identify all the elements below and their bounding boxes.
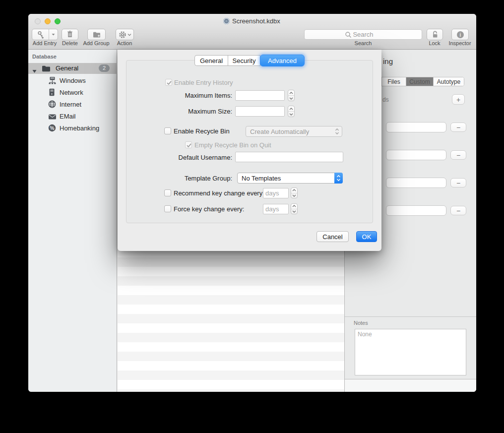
custom-fields-label-fragment: ds — [382, 96, 389, 103]
remove-field-button[interactable]: − — [450, 150, 466, 160]
stepper-up-icon[interactable] — [288, 106, 294, 112]
popup-chevrons-icon — [335, 128, 339, 135]
add-field-button[interactable]: + — [452, 94, 465, 105]
minus-icon: − — [456, 124, 460, 131]
force-key-change-label: Force key change every: — [174, 205, 244, 213]
empty-recycle-bin-checkbox[interactable] — [185, 141, 192, 148]
window-title: Screenshot.kdbx — [232, 17, 280, 25]
remove-field-button[interactable]: − — [450, 178, 466, 187]
ok-button[interactable]: OK — [356, 231, 377, 242]
inspector-title-fragment: ing — [383, 57, 393, 65]
force-days-stepper[interactable] — [291, 203, 298, 214]
tab-advanced[interactable]: Advanced — [260, 55, 305, 66]
custom-field-input[interactable] — [386, 205, 446, 216]
tab-custom[interactable]: Custom — [406, 77, 434, 86]
inspector-label: Inspector — [448, 40, 471, 46]
empty-recycle-bin-label: Empty Recycle Bin on Quit — [194, 141, 271, 149]
enable-entry-history-label: Enable Entry History — [174, 79, 233, 86]
enable-recycle-bin-label: Enable Recycle Bin — [174, 127, 230, 135]
desktop-background: Screenshot.kdbx Add Entry Delete — [0, 0, 504, 433]
plus-icon: + — [456, 96, 460, 104]
info-icon: i — [456, 31, 464, 39]
enable-entry-history-checkbox[interactable] — [165, 79, 172, 86]
delete-button[interactable] — [62, 29, 78, 40]
envelope-icon — [48, 113, 57, 122]
default-username-input[interactable] — [235, 152, 343, 162]
disclosure-triangle-icon[interactable] — [32, 66, 37, 75]
force-key-change-checkbox[interactable] — [164, 205, 171, 212]
app-window: Screenshot.kdbx Add Entry Delete — [28, 14, 476, 392]
lock-open-icon — [431, 30, 439, 39]
add-group-label: Add Group — [83, 40, 109, 46]
lock-button[interactable] — [427, 29, 443, 40]
recommend-key-change-checkbox[interactable] — [164, 189, 171, 196]
sidebar-item-homebanking[interactable]: Homebanking — [60, 124, 99, 132]
minimize-button[interactable] — [45, 18, 51, 24]
notes-label: Notes — [354, 320, 368, 326]
maximum-size-input[interactable] — [235, 106, 285, 117]
stepper-down-icon[interactable] — [288, 112, 294, 117]
custom-field-input[interactable] — [386, 150, 446, 160]
minus-icon: − — [456, 151, 460, 159]
zoom-button[interactable] — [55, 18, 61, 24]
tab-autotype[interactable]: Autotype — [434, 77, 464, 86]
percent-icon: % — [48, 124, 56, 134]
force-days-input[interactable] — [263, 204, 289, 214]
add-entry-button[interactable] — [32, 29, 58, 40]
document-icon — [223, 18, 230, 24]
cancel-button[interactable]: Cancel — [316, 231, 349, 242]
stepper-down-icon[interactable] — [291, 193, 297, 198]
recommend-days-stepper[interactable] — [291, 187, 298, 198]
recycle-bin-mode-popup[interactable]: Create Automatically — [246, 126, 342, 137]
remove-field-button[interactable]: − — [450, 123, 466, 132]
checkmark-icon — [166, 80, 172, 86]
close-button[interactable] — [35, 18, 41, 24]
popup-chevrons-icon — [334, 173, 343, 184]
sidebar-section-header: Database — [32, 54, 57, 60]
recommend-days-input[interactable] — [263, 188, 289, 198]
globe-icon — [48, 100, 56, 110]
stepper-down-icon[interactable] — [288, 96, 294, 101]
trash-icon — [66, 30, 74, 39]
stepper-up-icon[interactable] — [288, 90, 294, 96]
search-input[interactable] — [304, 29, 422, 40]
custom-field-input[interactable] — [386, 178, 446, 188]
chevron-down-icon[interactable] — [49, 32, 58, 37]
action-button[interactable] — [116, 29, 134, 40]
settings-tab-bar: General Security Advanced — [194, 55, 305, 66]
sidebar-item-internet[interactable]: Internet — [60, 101, 81, 108]
recommend-key-change-label: Recommend key change every: — [174, 189, 264, 197]
key-plus-icon — [32, 30, 49, 39]
sidebar-item-general[interactable]: General 2 — [28, 63, 117, 74]
template-group-popup[interactable]: No Templates — [237, 173, 343, 184]
tab-general[interactable]: General — [194, 55, 228, 66]
entry-count-badge: 2 — [99, 64, 110, 72]
enable-recycle-bin-checkbox[interactable] — [164, 127, 171, 134]
window-chrome: Screenshot.kdbx Add Entry Delete — [28, 14, 476, 50]
stepper-down-icon[interactable] — [291, 209, 297, 214]
tab-files[interactable]: Files — [382, 77, 406, 86]
database-settings-dialog: General Security Advanced Enable Entry H… — [118, 50, 381, 251]
add-group-button[interactable] — [87, 29, 106, 40]
windows-network-icon — [48, 76, 57, 86]
search-field-wrap — [304, 29, 422, 40]
divider — [345, 316, 476, 317]
server-icon — [49, 88, 55, 98]
minus-icon: − — [456, 179, 460, 187]
maximum-items-stepper[interactable] — [288, 90, 295, 101]
custom-field-input[interactable] — [386, 122, 446, 132]
sidebar-item-network[interactable]: Network — [60, 89, 83, 96]
svg-text:%: % — [50, 125, 55, 131]
stepper-up-icon[interactable] — [291, 204, 297, 209]
sidebar-item-label: General — [56, 64, 78, 72]
maximum-items-input[interactable] — [235, 90, 285, 101]
remove-field-button[interactable]: − — [450, 206, 466, 215]
inspector-button[interactable]: i — [451, 29, 469, 40]
sidebar-item-email[interactable]: EMail — [60, 113, 76, 120]
maximum-size-stepper[interactable] — [288, 106, 295, 117]
sidebar-item-windows[interactable]: Windows — [60, 77, 86, 84]
stepper-up-icon[interactable] — [291, 188, 297, 193]
notes-textarea[interactable] — [355, 329, 466, 375]
tab-security[interactable]: Security — [228, 55, 260, 66]
checkmark-icon — [186, 142, 192, 148]
